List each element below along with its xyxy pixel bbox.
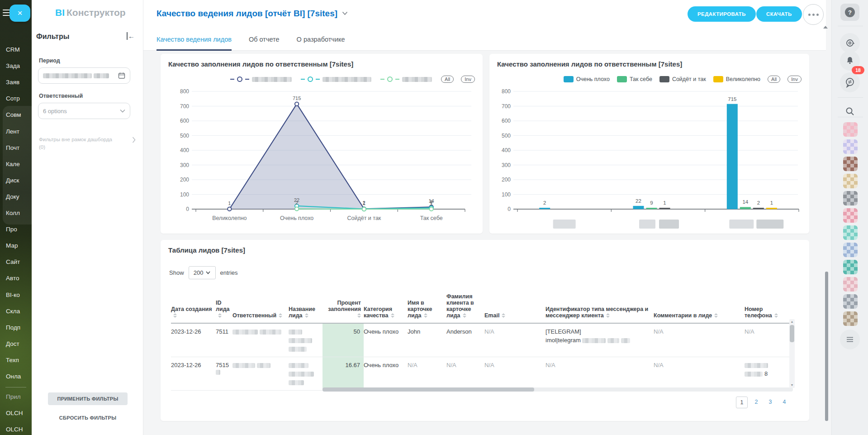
column-header-6[interactable]: Категория качества [364, 283, 408, 323]
tab-2[interactable]: Об отчете [249, 28, 280, 50]
scroll-down-arrow[interactable]: ▼ [789, 383, 795, 387]
sidebar-item-12[interactable]: Про [6, 226, 17, 233]
edit-button[interactable]: РЕДАКТИРОВАТЬ [688, 6, 756, 22]
sidebar-item-10[interactable]: Доку [6, 193, 19, 200]
sidebar-item-17[interactable]: Скла [6, 308, 20, 315]
sidebar-bottom-item-3[interactable]: OLCH [6, 426, 23, 433]
legend-series-3[interactable]: Сойдёт и так [659, 76, 706, 82]
reset-filters-button[interactable]: СБРОСИТЬ ФИЛЬТРЫ [48, 413, 128, 422]
page-button-4[interactable]: 4 [779, 397, 790, 407]
page-button-1[interactable]: 1 [736, 397, 748, 408]
main-scrollbar-thumb[interactable] [825, 272, 828, 421]
avatar[interactable] [843, 174, 858, 188]
vscroll-thumb[interactable] [790, 325, 794, 342]
sidebar-item-7[interactable]: Почт [6, 144, 19, 151]
sidebar-item-19[interactable]: Дост [6, 340, 19, 347]
sidebar-item-20[interactable]: Техп [6, 357, 19, 363]
redacted-text [289, 347, 307, 352]
column-header-2[interactable]: ID лида [216, 283, 232, 323]
main-scroll-up-arrow[interactable] [823, 26, 828, 29]
table-vertical-scrollbar[interactable]: ▲ ▼ [789, 319, 795, 388]
sidebar-item-3[interactable]: Заяв [6, 79, 19, 86]
updates-button[interactable] [840, 33, 860, 53]
sidebar-bottom-item-1[interactable]: Прил [6, 393, 21, 400]
more-options-button[interactable] [803, 4, 824, 25]
avatar[interactable] [843, 277, 858, 292]
table-cell: N/A [654, 357, 745, 391]
page-button-2[interactable]: 2 [751, 397, 762, 407]
sidebar-item-5[interactable]: Совм [6, 111, 21, 118]
leads-data-table: Дата созданияID лидаОтветственныйНазвани… [171, 283, 791, 391]
legend-series-3[interactable] [380, 76, 434, 82]
column-header-9[interactable]: Email [484, 283, 545, 323]
collapse-sidebar-icon[interactable]: ← [127, 32, 135, 40]
search-button[interactable] [840, 101, 860, 121]
sidebar-item-9[interactable]: Диск [6, 177, 19, 184]
legend-button-inv[interactable]: Inv [787, 76, 802, 83]
legend-button-all[interactable]: All [768, 76, 780, 83]
sidebar-item-4[interactable]: Сотр [6, 95, 20, 102]
tab-3[interactable]: О разработчике [297, 28, 345, 50]
help-button[interactable]: ? [840, 4, 859, 21]
legend-series-1[interactable] [230, 76, 294, 82]
sidebar-item-1[interactable]: CRM [6, 46, 20, 53]
page-button-3[interactable]: 3 [765, 397, 776, 407]
download-button[interactable]: СКАЧАТЬ [756, 6, 802, 22]
column-header-8[interactable]: Фамилия клиента в карточке лида [446, 283, 484, 323]
sidebar-item-13[interactable]: Мар [6, 242, 18, 249]
sidebar-item-18[interactable]: Подп [6, 324, 20, 331]
menu-divider [5, 387, 26, 387]
sidebar-item-11[interactable]: Колл [6, 210, 20, 216]
sidebar-bottom-item-2[interactable]: OLCH [6, 410, 23, 416]
hscroll-thumb[interactable] [323, 387, 534, 392]
page-size-select[interactable]: 200 [189, 266, 216, 279]
legend-series-4[interactable]: Великолепно [713, 76, 760, 82]
sidebar-item-2[interactable]: Зада [6, 62, 20, 69]
responsible-select[interactable]: 6 options [38, 103, 130, 119]
sidebar-item-8[interactable]: Кале [6, 161, 20, 167]
svg-text:300: 300 [502, 162, 511, 168]
sidebar-item-6[interactable]: Лент [6, 128, 19, 135]
sidebar-item-15[interactable]: Авто [6, 275, 19, 282]
avatar[interactable] [843, 294, 858, 309]
column-header-11[interactable]: Комментарии в лиде [654, 283, 745, 323]
outer-filters-link[interactable]: Фильтры вне рамок дашборда (0) [39, 136, 135, 151]
column-header-3[interactable]: Ответственный [232, 283, 289, 323]
legend-button-inv[interactable]: Inv [461, 76, 475, 83]
avatar[interactable] [843, 157, 858, 171]
avatar[interactable] [843, 311, 858, 326]
period-input[interactable] [38, 67, 130, 84]
avatar[interactable] [843, 191, 858, 206]
avatar[interactable] [843, 139, 858, 154]
column-header-1[interactable]: Дата создания [171, 283, 216, 323]
avatar[interactable] [843, 208, 858, 223]
chat-button[interactable] [840, 72, 860, 92]
bi-constructor-logo[interactable]: BIКонструктор [55, 7, 126, 18]
column-header-5[interactable]: Процент заполнения [323, 283, 364, 323]
close-button[interactable]: × [9, 5, 30, 22]
scroll-up-arrow[interactable]: ▲ [789, 320, 795, 324]
sort-icon [714, 313, 718, 318]
table-cell: 50 [323, 323, 364, 357]
filters-sidebar: BIКонструктор Фильтры ← Период Ответстве… [32, 0, 143, 435]
column-header-7[interactable]: Имя в карточке лида [408, 283, 446, 323]
avatar[interactable] [843, 260, 858, 274]
sidebar-item-16[interactable]: BI-ко [6, 292, 20, 298]
column-header-4[interactable]: Название лида [289, 283, 323, 323]
sidebar-item-14[interactable]: Сайт [6, 258, 20, 265]
sidebar-item-21[interactable]: Онла [6, 373, 21, 380]
user-list-button[interactable] [840, 330, 860, 349]
legend-series-2[interactable] [301, 76, 373, 82]
table-horizontal-scrollbar[interactable] [323, 387, 793, 392]
column-header-10[interactable]: Идентификатор типа мессенджера и мессенд… [545, 283, 654, 323]
column-header-12[interactable]: Номер телефона [745, 283, 791, 323]
legend-button-all[interactable]: All [441, 76, 454, 83]
tab-1[interactable]: Качество ведения лидов [157, 28, 232, 50]
legend-series-2[interactable]: Так себе [617, 76, 652, 82]
report-title[interactable]: Качество ведения лидов [отчёт BI] [7site… [157, 8, 348, 19]
legend-series-1[interactable]: Очень плохо [564, 76, 610, 82]
avatar[interactable] [843, 122, 858, 137]
apply-filters-button[interactable]: ПРИМЕНИТЬ ФИЛЬТРЫ [48, 392, 128, 405]
avatar[interactable] [843, 225, 858, 240]
avatar[interactable] [843, 243, 858, 257]
